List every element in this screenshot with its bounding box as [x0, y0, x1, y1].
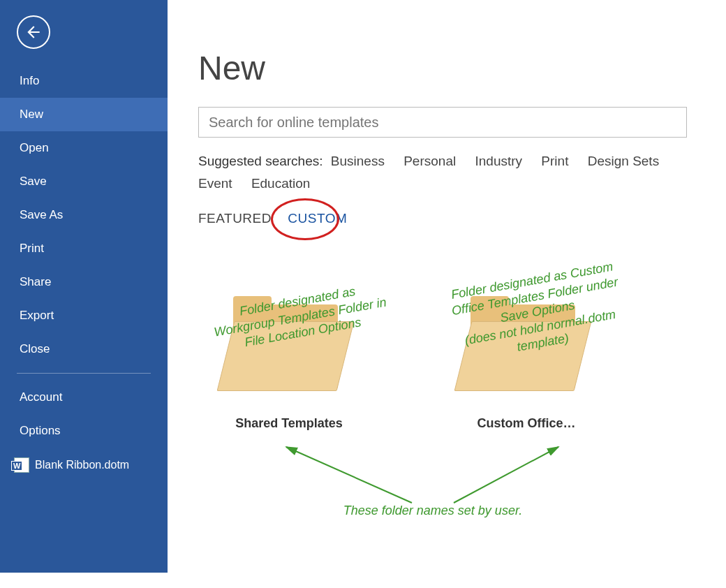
folder-label: Custom Office… [457, 416, 596, 431]
search-input[interactable] [209, 115, 676, 131]
tab-custom[interactable]: CUSTOM [288, 211, 347, 226]
sidebar-item-open[interactable]: Open [0, 131, 168, 165]
suggest-business[interactable]: Business [331, 150, 385, 172]
annotation-arrows [251, 433, 600, 517]
svg-line-0 [286, 447, 412, 503]
folder-icon [230, 303, 348, 401]
svg-line-1 [454, 447, 558, 503]
sidebar-item-share[interactable]: Share [0, 265, 168, 299]
main-pane: New Suggested searches: Business Persona… [168, 0, 712, 573]
sidebar-item-export[interactable]: Export [0, 299, 168, 332]
sidebar-item-options[interactable]: Options [0, 414, 168, 448]
backstage-sidebar: Info New Open Save Save As Print Share E… [0, 0, 168, 573]
suggest-print[interactable]: Print [541, 150, 568, 172]
word-doc-icon [14, 457, 29, 473]
sidebar-item-save[interactable]: Save [0, 165, 168, 198]
suggest-event[interactable]: Event [198, 172, 232, 195]
folder-shared-templates[interactable]: Shared Templates [219, 303, 359, 431]
suggest-industry[interactable]: Industry [475, 150, 522, 172]
arrow-left-icon [24, 23, 43, 41]
sidebar-item-close[interactable]: Close [0, 332, 168, 366]
suggested-label: Suggested searches: [198, 154, 323, 168]
suggest-personal[interactable]: Personal [403, 150, 456, 172]
suggested-searches: Suggested searches: Business Personal In… [198, 150, 687, 196]
word-backstage-window: Document2 - Word ? × Sign Info New Open … [0, 0, 712, 573]
suggest-design-sets[interactable]: Design Sets [588, 150, 659, 172]
sidebar-item-print[interactable]: Print [0, 232, 168, 265]
sidebar-item-info[interactable]: Info [0, 64, 168, 98]
tab-featured[interactable]: FEATURED [198, 211, 272, 226]
sidebar-item-account[interactable]: Account [0, 381, 168, 414]
folder-custom-office[interactable]: Custom Office… [457, 303, 596, 431]
folder-icon [467, 303, 586, 401]
template-tabs: FEATURED CUSTOM [198, 211, 687, 226]
sidebar-item-save-as[interactable]: Save As [0, 198, 168, 232]
annotation-bottom: These folder names set by user. [251, 503, 614, 519]
suggest-education[interactable]: Education [251, 172, 311, 195]
folder-label: Shared Templates [219, 416, 359, 431]
back-button[interactable] [17, 15, 50, 49]
page-title: New [198, 49, 687, 87]
sidebar-document-link[interactable]: Blank Ribbon.dotm [0, 448, 168, 483]
sidebar-item-new[interactable]: New [0, 98, 168, 131]
sidebar-separator [17, 373, 151, 374]
sidebar-document-label: Blank Ribbon.dotm [35, 459, 129, 471]
template-folders: Shared Templates Custom Office… [219, 303, 687, 431]
template-search[interactable] [198, 107, 687, 138]
